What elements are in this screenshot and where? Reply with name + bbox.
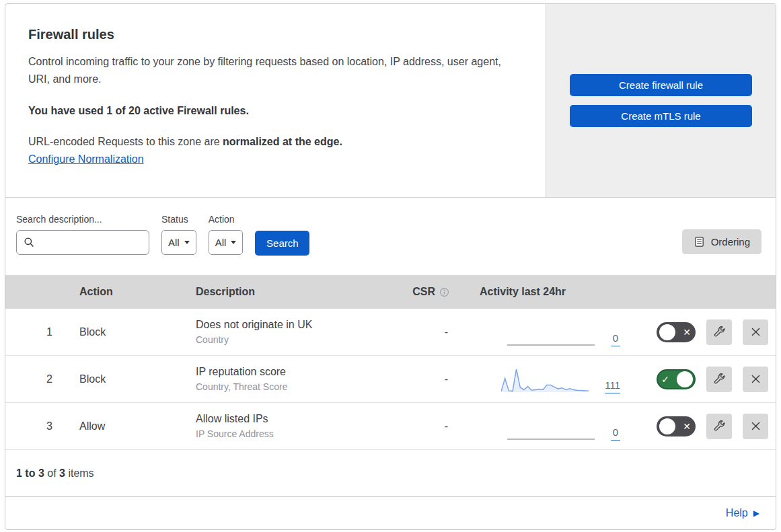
firewall-rules-page: Firewall rules Control incoming traffic … [5, 3, 776, 530]
rule-controls: ✓ ✕ [623, 319, 776, 345]
activity-count-link[interactable]: 0 [611, 333, 620, 346]
help-link[interactable]: Help [726, 507, 748, 519]
rule-csr: - [397, 420, 455, 432]
intro-panel: Firewall rules Control incoming traffic … [5, 4, 546, 197]
configure-normalization-link[interactable]: Configure Normalization [28, 153, 144, 165]
toggle-knob [659, 324, 675, 340]
search-button[interactable]: Search [255, 231, 309, 256]
rule-controls: ✓ ✕ [623, 414, 776, 439]
toggle-knob [677, 371, 693, 387]
table-header: Action Description CSR Activity last 24h… [5, 275, 776, 309]
search-input[interactable] [35, 237, 149, 248]
enable-toggle[interactable]: ✓ ✕ [657, 416, 696, 436]
normalization-text: URL-encoded Requests to this zone are [28, 136, 223, 147]
normalization-bold: normalized at the edge. [223, 136, 342, 147]
wrench-icon [713, 326, 726, 338]
page-description: Control incoming traffic to your zone by… [28, 53, 506, 87]
table-row: 2 Block IP reputation score Country, Thr… [5, 356, 776, 403]
rule-description-cell: Does not originate in UK Country [183, 319, 397, 345]
action-select[interactable]: All [209, 230, 244, 255]
status-label: Status [161, 214, 196, 225]
check-icon: ✓ [659, 374, 671, 385]
rule-number: 3 [5, 420, 67, 432]
pagination-summary: 1 to 3 of 3 items [5, 450, 776, 497]
search-group: Search description... [16, 214, 149, 255]
toggle-knob [659, 418, 675, 434]
csr-header-label: CSR [412, 286, 435, 298]
status-select[interactable]: All [161, 230, 196, 255]
total-count: 3 [59, 467, 65, 479]
close-icon [750, 420, 761, 432]
col-action-header: Action [67, 286, 183, 298]
normalization-note: URL-encoded Requests to this zone are no… [28, 136, 519, 148]
rule-action: Allow [67, 420, 183, 432]
activity-sparkline [507, 414, 595, 441]
edit-rule-button[interactable] [706, 414, 732, 439]
status-filter-group: Status All [161, 214, 196, 255]
enable-toggle[interactable]: ✓ ✕ [657, 369, 696, 389]
action-label: Action [209, 214, 244, 225]
activity-sparkline [501, 367, 589, 393]
items-text: items [65, 467, 94, 479]
usage-summary: You have used 1 of 20 active Firewall ru… [28, 105, 519, 117]
rule-controls: ✓ ✕ [623, 367, 776, 392]
rule-fields: IP Source Address [196, 428, 397, 439]
activity-count-link[interactable]: 111 [605, 380, 620, 393]
rule-description-cell: IP reputation score Country, Threat Scor… [183, 366, 397, 392]
delete-rule-button[interactable] [743, 367, 768, 392]
rule-activity-cell: 111 [455, 356, 623, 402]
search-input-wrap [16, 230, 149, 255]
activity-count-link[interactable]: 0 [611, 427, 620, 441]
create-firewall-rule-button[interactable]: Create firewall rule [570, 74, 752, 96]
col-description-header: Description [183, 286, 397, 298]
wrench-icon [713, 373, 726, 385]
help-arrow-icon: ▶ [753, 508, 759, 518]
help-bar: Help ▶ [5, 497, 776, 529]
enable-toggle[interactable]: ✓ ✕ [657, 322, 696, 342]
x-icon: ✕ [681, 327, 693, 338]
activity-flatline [507, 439, 595, 440]
ordering-list-icon [694, 236, 705, 248]
info-icon[interactable] [439, 287, 449, 297]
delete-rule-button[interactable] [743, 319, 768, 345]
rule-description: Allow listed IPs [196, 413, 397, 425]
of-text: of [44, 467, 59, 479]
ordering-button[interactable]: Ordering [682, 229, 761, 254]
delete-rule-button[interactable] [743, 414, 768, 439]
rule-fields: Country, Threat Score [196, 381, 397, 392]
table-body: 1 Block Does not originate in UK Country… [5, 309, 776, 450]
rule-description: Does not originate in UK [196, 319, 397, 331]
create-mtls-rule-button[interactable]: Create mTLS rule [570, 105, 752, 127]
status-selected-value: All [168, 237, 180, 248]
rule-action: Block [67, 326, 183, 338]
edit-rule-button[interactable] [706, 367, 732, 392]
close-icon [750, 373, 761, 385]
col-csr-header: CSR [397, 286, 455, 298]
chevron-down-icon [184, 241, 190, 244]
rule-description-cell: Allow listed IPs IP Source Address [183, 413, 397, 439]
actions-panel: Create firewall rule Create mTLS rule [546, 4, 776, 197]
col-activity-header: Activity last 24hr [455, 286, 623, 298]
rule-number: 2 [5, 373, 67, 385]
wrench-icon [713, 420, 726, 432]
rule-number: 1 [5, 326, 67, 338]
top-section: Firewall rules Control incoming traffic … [5, 4, 776, 198]
edit-rule-button[interactable] [706, 319, 732, 345]
table-row: 3 Allow Allow listed IPs IP Source Addre… [5, 403, 776, 450]
rule-activity-cell: 0 [455, 309, 623, 355]
rule-action: Block [67, 373, 183, 385]
rule-activity-cell: 0 [455, 403, 623, 449]
activity-sparkline [507, 319, 595, 346]
range-text: 1 to 3 [16, 467, 44, 479]
search-label: Search description... [16, 214, 149, 225]
chevron-down-icon [231, 241, 236, 244]
rule-fields: Country [196, 334, 397, 345]
activity-flatline [507, 344, 595, 346]
rule-description: IP reputation score [196, 366, 397, 378]
action-selected-value: All [215, 237, 227, 248]
table-row: 1 Block Does not originate in UK Country… [5, 309, 776, 356]
filter-bar: Search description... Status All Action … [5, 198, 776, 275]
close-icon [750, 326, 761, 338]
rule-csr: - [397, 326, 455, 338]
rule-csr: - [397, 373, 455, 385]
